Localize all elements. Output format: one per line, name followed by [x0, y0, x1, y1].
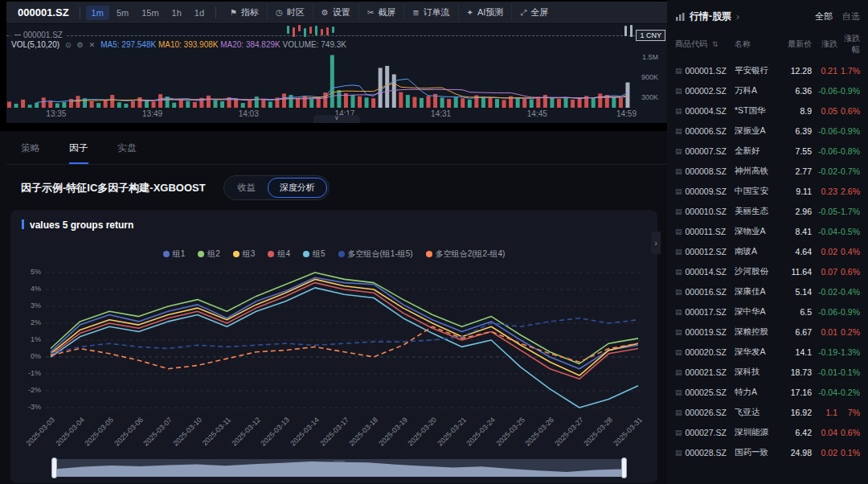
tool-screenshot[interactable]: ✂截屏	[358, 4, 403, 21]
line-chart[interactable]: 5%4%3%2%1%0%-1%-2%-3% 2025-03-032025-03-…	[46, 269, 643, 412]
tool-orderflow[interactable]: ≣订单流	[403, 4, 457, 21]
chart-icon: ▤	[675, 308, 682, 316]
legend-多空组合(组1-组5)[interactable]: 多空组合(组1-组5)	[338, 248, 413, 260]
stock-price: 18.73	[780, 367, 812, 377]
stock-price: 5.14	[780, 287, 812, 297]
tool-indicators[interactable]: ⚑指标	[222, 4, 267, 21]
legend-label: 多空组合2(组2-组4)	[436, 248, 506, 260]
filter-全部[interactable]: 全部	[815, 10, 833, 23]
stock-change-pct: -0.7%	[837, 166, 860, 176]
stock-name: 美丽生态	[735, 206, 780, 217]
stock-change-pct: -0.1%	[837, 367, 860, 377]
stock-name: 南玻A	[735, 246, 780, 257]
tab-strategy[interactable]: 策略	[21, 142, 40, 164]
brush-right-handle[interactable]	[621, 457, 627, 478]
watchlist-rows: ▤000001.SZ平安银行12.280.211.7%▤000002.SZ万科A…	[667, 60, 868, 462]
column-header[interactable]: 名称	[735, 39, 780, 50]
tool-settings[interactable]: ⚙设置	[313, 4, 358, 21]
tab-factor[interactable]: 因子	[69, 142, 88, 164]
svg-text:1.5M: 1.5M	[642, 53, 658, 61]
tool-timezone[interactable]: ◷时区	[267, 4, 313, 21]
table-row[interactable]: ▤000014.SZ沙河股份11.640.070.6%	[667, 261, 868, 281]
legend-组5[interactable]: 组5	[303, 248, 326, 260]
panel-expander[interactable]: ›	[651, 232, 661, 254]
legend-dot	[198, 251, 204, 257]
chart-icon: ▤	[675, 368, 682, 376]
eye-icon[interactable]: ⊙	[65, 41, 72, 49]
column-header[interactable]: 涨跌	[812, 39, 837, 50]
stock-change: -0.02	[812, 166, 837, 176]
interval-1h[interactable]: 1h	[166, 6, 187, 20]
table-row[interactable]: ▤000006.SZ深振业A6.39-0.06-0.9%	[667, 121, 868, 141]
chevron-right-icon[interactable]: ›	[736, 11, 739, 23]
chart-brush[interactable]	[55, 459, 624, 477]
symbol-cell: ▤000021.SZ	[675, 367, 735, 377]
column-header[interactable]: 涨跌幅	[837, 33, 860, 55]
table-row[interactable]: ▤000028.SZ国药一致24.980.020.1%	[667, 442, 868, 462]
price-volume-chart[interactable]: 000001.SZ 1 CNY VOL(5,10,20) ⊙ ⚙ ✕ MA5: …	[6, 24, 667, 123]
x-axis-labels: 2025-03-032025-03-042025-03-052025-03-06…	[46, 411, 643, 461]
symbol-cell: ▤000025.SZ	[675, 388, 735, 397]
stock-price: 24.98	[780, 448, 812, 457]
table-row[interactable]: ▤000008.SZ神州高铁2.77-0.02-0.7%	[667, 161, 868, 181]
table-row[interactable]: ▤000017.SZ深中华A6.5-0.06-0.9%	[667, 301, 868, 322]
toggle-deep-analysis[interactable]: 深度分析	[268, 178, 327, 198]
table-row[interactable]: ▤000009.SZ中国宝安9.110.232.6%	[667, 181, 868, 201]
interval-5m[interactable]: 5m	[111, 6, 134, 20]
stock-change-pct: -1.3%	[837, 347, 860, 357]
stock-change: -0.06	[812, 307, 837, 317]
table-row[interactable]: ▤000011.SZ深物业A8.41-0.04-0.5%	[667, 221, 868, 241]
symbol-cell: ▤000027.SZ	[675, 428, 735, 437]
mini-candle	[293, 27, 295, 37]
table-row[interactable]: ▤000004.SZ*ST国华8.90.050.6%	[667, 100, 868, 121]
legend-组4[interactable]: 组4	[268, 248, 290, 260]
time-tick: 13:49	[138, 109, 167, 118]
stock-name: 深粮控股	[735, 326, 780, 338]
brush-left-handle[interactable]	[51, 457, 57, 478]
legend-label: 组1	[173, 248, 186, 260]
table-row[interactable]: ▤000025.SZ特力A17.16-0.04-0.2%	[667, 382, 868, 402]
legend-组3[interactable]: 组3	[233, 248, 256, 260]
table-row[interactable]: ▤000001.SZ平安银行12.280.211.7%	[667, 60, 868, 80]
legend-多空组合2(组2-组4)[interactable]: 多空组合2(组2-组4)	[426, 248, 506, 260]
legend-组1[interactable]: 组1	[163, 248, 186, 260]
interval-1m[interactable]: 1m	[86, 6, 109, 20]
toggle-returns[interactable]: 收益	[226, 178, 268, 198]
table-row[interactable]: ▤000026.SZ飞亚达16.921.17%	[667, 402, 868, 422]
table-row[interactable]: ▤000012.SZ南玻A4.640.020.4%	[667, 241, 868, 261]
stock-price: 4.64	[780, 247, 812, 256]
table-row[interactable]: ▤000019.SZ深粮控股6.670.010.2%	[667, 322, 868, 342]
chart-icon: ▤	[675, 147, 682, 155]
table-row[interactable]: ▤000020.SZ深华发A14.1-0.19-1.3%	[667, 342, 868, 362]
tool-ai-predict[interactable]: ✦AI预测	[458, 4, 512, 21]
stock-name: 深中华A	[735, 306, 780, 318]
tab-live[interactable]: 实盘	[117, 142, 137, 164]
table-row[interactable]: ▤000010.SZ美丽生态2.96-0.05-1.7%	[667, 201, 868, 221]
close-icon[interactable]: ✕	[89, 41, 96, 49]
stock-change: 0.05	[812, 106, 837, 116]
stock-code: 000020.SZ	[686, 347, 727, 357]
column-header[interactable]: 商品代码⇅	[675, 39, 735, 50]
table-row[interactable]: ▤000002.SZ万科A6.36-0.06-0.9%	[667, 80, 868, 100]
interval-1d[interactable]: 1d	[189, 6, 210, 20]
stock-name: 深物业A	[735, 226, 780, 237]
interval-15m[interactable]: 15m	[136, 6, 164, 20]
table-row[interactable]: ▤000021.SZ深科技18.73-0.01-0.1%	[667, 362, 868, 382]
filter-自选[interactable]: 自选	[842, 10, 860, 23]
stock-name: 特力A	[735, 387, 780, 398]
table-row[interactable]: ▤000027.SZ深圳能源6.420.040.6%	[667, 422, 868, 442]
stock-change-pct: -1.7%	[837, 207, 860, 216]
ma-label: VOLUME: 749.3K	[283, 40, 346, 49]
vol-indicator-label: VOL(5,10,20)	[11, 40, 59, 49]
legend-组2[interactable]: 组2	[198, 248, 220, 260]
sort-icon[interactable]: ⇅	[712, 40, 719, 48]
tool-fullscreen[interactable]: ⤢全屏	[511, 4, 556, 21]
table-row[interactable]: ▤000007.SZ全新好7.55-0.06-0.8%	[667, 141, 868, 161]
collapse-chart-button[interactable]: ∨	[313, 115, 360, 123]
table-row[interactable]: ▤000016.SZ深康佳A5.14-0.02-0.4%	[667, 281, 868, 301]
column-header[interactable]: 最新价	[780, 39, 812, 50]
series-label: 000001.SZ	[11, 31, 66, 39]
stock-name: 国药一致	[735, 447, 780, 458]
gear-icon[interactable]: ⚙	[77, 41, 84, 49]
price-dashed-line	[6, 35, 635, 36]
